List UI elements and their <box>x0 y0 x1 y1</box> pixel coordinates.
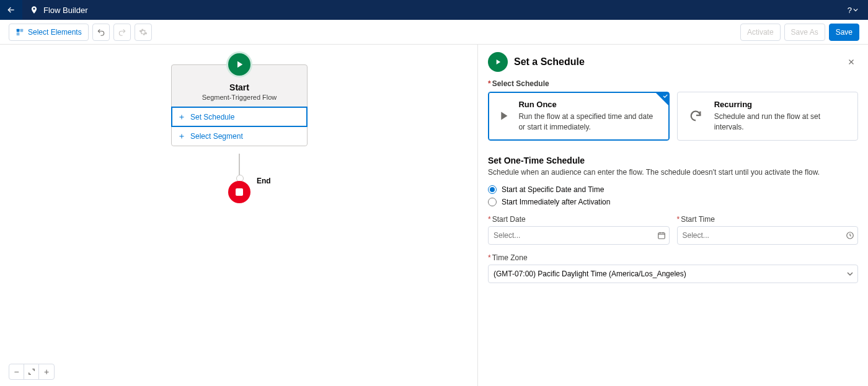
panel-header-icon <box>488 52 508 72</box>
zoom-in-button[interactable]: + <box>39 364 54 379</box>
select-elements-button[interactable]: Select Elements <box>9 24 89 41</box>
selected-indicator <box>655 92 669 106</box>
top-bar: Flow Builder ? <box>0 0 868 20</box>
gear-icon <box>139 28 148 37</box>
start-time-field: *Start Time <box>677 215 859 245</box>
close-icon <box>847 58 856 66</box>
app-title-group: Flow Builder <box>30 6 88 15</box>
location-icon <box>30 6 38 14</box>
plus-icon <box>178 133 185 140</box>
start-date-field: *Start Date <box>488 215 670 245</box>
flow-canvas[interactable]: Start Segment-Triggered Flow Set Schedul… <box>0 45 477 386</box>
undo-button[interactable] <box>92 24 110 41</box>
plus-icon <box>178 113 185 121</box>
radio-specific[interactable]: Start at Specific Date and Time <box>488 185 858 194</box>
main-split: Start Segment-Triggered Flow Set Schedul… <box>0 45 868 386</box>
save-as-button[interactable]: Save As <box>784 24 825 41</box>
timezone-field: *Time Zone (GMT-07:00) Pacific Daylight … <box>488 253 858 283</box>
run-once-card[interactable]: Run Once Run the flow at a specified tim… <box>488 92 670 141</box>
schedule-options: Run Once Run the flow at a specified tim… <box>488 92 858 141</box>
onetime-title: Set One-Time Schedule <box>488 156 858 165</box>
schedule-panel: Set a Schedule *Select Schedule Run Once <box>477 45 868 386</box>
select-elements-label: Select Elements <box>28 28 82 37</box>
back-button[interactable] <box>0 0 22 20</box>
svg-rect-1 <box>20 29 24 32</box>
start-date-input[interactable] <box>488 226 670 245</box>
end-node[interactable]: End <box>228 181 271 203</box>
save-button[interactable]: Save <box>829 24 859 41</box>
settings-button[interactable] <box>135 24 152 41</box>
run-once-desc: Run the flow at a specified time and dat… <box>518 112 660 133</box>
radio-specific-label: Start at Specific Date and Time <box>502 185 604 194</box>
panel-body: *Select Schedule Run Once Run the flow a… <box>478 77 868 293</box>
recurring-desc: Schedule and run the flow at set interva… <box>714 112 849 133</box>
select-segment-label: Select Segment <box>190 132 243 141</box>
save-label: Save <box>836 28 852 37</box>
end-node-icon <box>228 181 250 203</box>
chevron-down-icon <box>847 271 853 277</box>
start-time-input[interactable] <box>677 226 859 245</box>
set-schedule-label: Set Schedule <box>190 113 234 121</box>
activate-button[interactable]: Activate <box>740 24 781 41</box>
zoom-out-button[interactable]: − <box>9 364 24 379</box>
panel-title: Set a Schedule <box>514 56 585 68</box>
timezone-value: (GMT-07:00) Pacific Daylight Time (Ameri… <box>494 270 686 278</box>
chevron-down-icon <box>853 7 858 12</box>
set-schedule-action[interactable]: Set Schedule <box>172 107 307 126</box>
run-once-title: Run Once <box>518 100 660 109</box>
select-segment-action[interactable]: Select Segment <box>172 126 307 146</box>
recurring-card[interactable]: Recurring Schedule and run the flow at s… <box>677 92 859 141</box>
connector-line <box>239 154 240 178</box>
start-node-subtitle: Segment-Triggered Flow <box>177 94 302 101</box>
radio-immediate-label: Start Immediately after Activation <box>502 198 610 206</box>
help-button[interactable]: ? <box>845 3 861 17</box>
end-node-label: End <box>257 177 271 185</box>
app-title: Flow Builder <box>43 6 88 15</box>
play-outline-icon <box>496 100 511 133</box>
radio-immediate[interactable]: Start Immediately after Activation <box>488 198 858 206</box>
start-node[interactable]: Start Segment-Triggered Flow Set Schedul… <box>171 64 308 146</box>
zoom-controls: − + <box>9 364 55 380</box>
svg-rect-2 <box>17 32 20 35</box>
radio-icon <box>488 198 497 206</box>
fit-view-button[interactable] <box>24 364 39 379</box>
activate-label: Activate <box>747 28 774 37</box>
play-icon <box>494 58 502 66</box>
timezone-label: *Time Zone <box>488 253 858 262</box>
recurring-title: Recurring <box>714 100 849 109</box>
panel-close-button[interactable] <box>844 55 858 69</box>
panel-header: Set a Schedule <box>478 45 868 77</box>
start-node-header: Start Segment-Triggered Flow <box>172 65 307 107</box>
start-node-title: Start <box>177 82 302 92</box>
help-icon: ? <box>848 6 852 15</box>
multiselect-icon <box>16 28 24 37</box>
timezone-select[interactable]: (GMT-07:00) Pacific Daylight Time (Ameri… <box>488 265 858 283</box>
undo-icon <box>97 28 105 37</box>
radio-icon <box>488 185 497 194</box>
start-time-label: *Start Time <box>677 215 859 224</box>
onetime-desc: Schedule when an audience can enter the … <box>488 168 858 177</box>
fit-icon <box>28 368 35 375</box>
select-schedule-label: *Select Schedule <box>488 79 858 88</box>
svg-rect-0 <box>17 29 20 32</box>
save-as-label: Save As <box>791 28 818 37</box>
refresh-icon <box>685 100 707 133</box>
stop-icon <box>236 188 243 196</box>
redo-button[interactable] <box>113 24 131 41</box>
redo-icon <box>118 28 126 37</box>
toolbar: Select Elements Activate Save As Save <box>0 20 868 45</box>
check-icon <box>662 93 668 99</box>
start-date-label: *Start Date <box>488 215 670 224</box>
